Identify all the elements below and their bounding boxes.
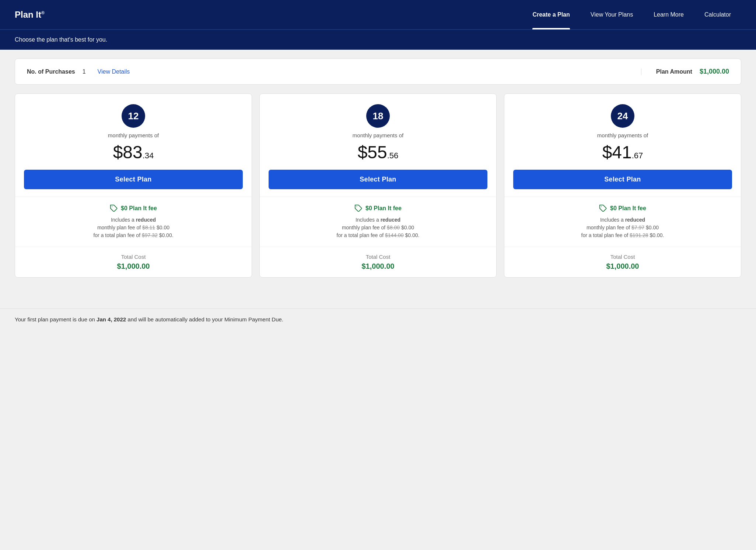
tag-icon — [354, 204, 363, 212]
nav-link-learn-more[interactable]: Learn More — [643, 0, 694, 29]
select-plan-button[interactable]: Select Plan — [269, 170, 487, 189]
payment-main: $41 — [602, 142, 632, 162]
nav-link-view-your-plans[interactable]: View Your Plans — [580, 0, 643, 29]
footer-note: Your first plan payment is due on Jan 4,… — [0, 309, 756, 330]
main-content: No. of Purchases 1 View Details Plan Amo… — [0, 50, 756, 309]
select-plan-button[interactable]: Select Plan — [513, 170, 732, 189]
brand-sup: ® — [41, 10, 45, 15]
card-bottom: Total Cost $1,000.00 — [504, 247, 741, 277]
select-plan-button[interactable]: Select Plan — [24, 170, 243, 189]
nav-links: Create a PlanView Your PlansLearn MoreCa… — [522, 0, 741, 29]
subtitle-bar: Choose the plan that's best for you. — [0, 29, 756, 50]
fee-desc: Includes a reduced monthly plan fee of $… — [24, 216, 243, 239]
tag-icon — [599, 204, 607, 212]
card-middle: $0 Plan It fee Includes a reduced monthl… — [504, 197, 741, 247]
nav-link-calculator[interactable]: Calculator — [694, 0, 741, 29]
card-middle: $0 Plan It fee Includes a reduced monthl… — [15, 197, 252, 247]
summary-box: No. of Purchases 1 View Details Plan Amo… — [15, 59, 741, 85]
purchases-label: No. of Purchases — [27, 68, 75, 75]
card-bottom: Total Cost $1,000.00 — [15, 247, 252, 277]
month-circle: 18 — [366, 104, 390, 128]
payment-cents: .56 — [387, 151, 399, 161]
view-details-link[interactable]: View Details — [98, 68, 130, 75]
fee-header: $0 Plan It fee — [24, 204, 243, 212]
subtitle-text: Choose the plan that's best for you. — [15, 36, 741, 43]
plan-amount-label: Plan Amount — [656, 68, 692, 75]
monthly-label: monthly payments of — [597, 132, 648, 138]
brand: Plan It® — [15, 10, 522, 20]
brand-text: Plan It — [15, 10, 41, 20]
total-cost-label: Total Cost — [269, 254, 487, 260]
total-cost-label: Total Cost — [513, 254, 732, 260]
plan-card-3: 24 monthly payments of $41.67 Select Pla… — [504, 94, 741, 278]
plan-amount-value: $1,000.00 — [700, 68, 729, 75]
nav-link-create-a-plan[interactable]: Create a Plan — [522, 0, 580, 29]
card-middle: $0 Plan It fee Includes a reduced monthl… — [260, 197, 496, 247]
purchases-section: No. of Purchases 1 View Details — [27, 68, 641, 75]
payment-amount: $83.34 — [113, 142, 154, 162]
monthly-label: monthly payments of — [353, 132, 403, 138]
fee-title: $0 Plan It fee — [365, 205, 402, 212]
payment-cents: .67 — [632, 151, 643, 161]
fee-title: $0 Plan It fee — [610, 205, 646, 212]
card-top: 18 monthly payments of $55.56 Select Pla… — [260, 94, 496, 197]
payment-cents: .34 — [143, 151, 154, 161]
total-cost-value: $1,000.00 — [24, 262, 243, 271]
payment-amount: $41.67 — [602, 142, 643, 162]
fee-title: $0 Plan It fee — [121, 205, 157, 212]
fee-header: $0 Plan It fee — [513, 204, 732, 212]
plan-card-2: 18 monthly payments of $55.56 Select Pla… — [259, 94, 497, 278]
monthly-label: monthly payments of — [108, 132, 159, 138]
card-top: 12 monthly payments of $83.34 Select Pla… — [15, 94, 252, 197]
card-bottom: Total Cost $1,000.00 — [260, 247, 496, 277]
payment-main: $83 — [113, 142, 143, 162]
total-cost-value: $1,000.00 — [513, 262, 732, 271]
plan-card-1: 12 monthly payments of $83.34 Select Pla… — [15, 94, 252, 278]
month-circle: 12 — [122, 104, 145, 128]
month-circle: 24 — [611, 104, 634, 128]
fee-header: $0 Plan It fee — [269, 204, 487, 212]
payment-main: $55 — [358, 142, 387, 162]
total-cost-value: $1,000.00 — [269, 262, 487, 271]
fee-desc: Includes a reduced monthly plan fee of $… — [513, 216, 732, 239]
fee-desc: Includes a reduced monthly plan fee of $… — [269, 216, 487, 239]
payment-amount: $55.56 — [358, 142, 399, 162]
purchases-value: 1 — [83, 68, 86, 75]
card-top: 24 monthly payments of $41.67 Select Pla… — [504, 94, 741, 197]
plan-amount-section: Plan Amount $1,000.00 — [656, 68, 729, 75]
plans-grid: 12 monthly payments of $83.34 Select Pla… — [15, 94, 741, 278]
total-cost-label: Total Cost — [24, 254, 243, 260]
tag-icon — [110, 204, 118, 212]
navbar: Plan It® Create a PlanView Your PlansLea… — [0, 0, 756, 29]
